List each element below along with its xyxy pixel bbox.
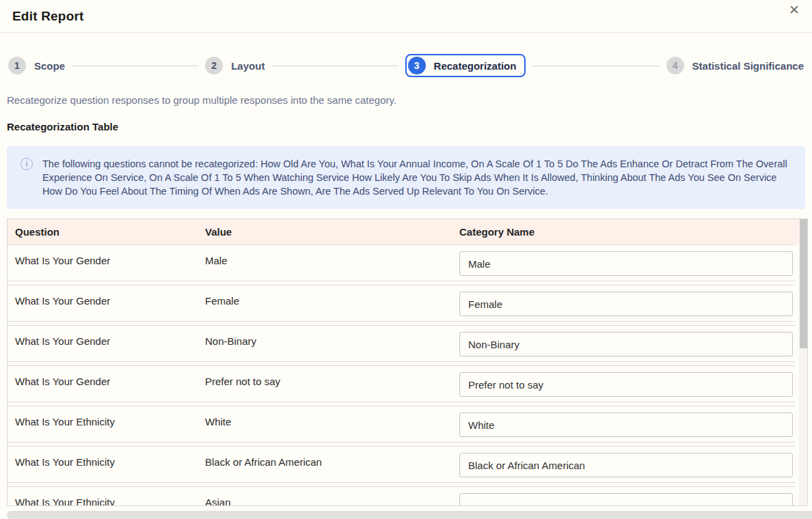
column-header-value: Value — [205, 226, 459, 238]
category-name-cell — [459, 487, 795, 506]
stepper: 1 Scope 2 Layout 3 Recategorization 4 St… — [8, 54, 804, 77]
stepper-connector — [72, 66, 198, 66]
table-row: What Is Your GenderMale — [8, 244, 795, 281]
category-name-input[interactable] — [459, 453, 793, 477]
category-name-input[interactable] — [459, 332, 793, 356]
question-cell: What Is Your Ethnicity — [15, 447, 205, 482]
table-body: What Is Your GenderMaleWhat Is Your Gend… — [8, 244, 807, 506]
step-scope-number: 1 — [8, 57, 26, 74]
category-name-input[interactable] — [459, 292, 793, 316]
horizontal-scrollbar[interactable] — [7, 511, 812, 519]
stepper-connector — [271, 66, 398, 66]
modal-header: Edit Report ✕ — [0, 0, 812, 33]
vertical-scrollbar-track[interactable] — [799, 219, 807, 505]
category-name-input[interactable] — [459, 372, 793, 397]
table-row: What Is Your EthnicityAsian — [8, 486, 795, 506]
category-name-cell — [459, 326, 795, 361]
info-banner-text: The following questions cannot be recate… — [42, 157, 790, 198]
value-cell: Asian — [205, 487, 459, 506]
step-scope-label: Scope — [34, 60, 65, 72]
category-name-input[interactable] — [459, 251, 793, 276]
step-recategorization-label: Recategorization — [434, 60, 517, 72]
step-description: Recategorize question responses to group… — [7, 94, 805, 106]
question-cell: What Is Your Gender — [15, 285, 205, 321]
table-row: What Is Your EthnicityWhite — [8, 406, 795, 443]
category-name-input[interactable] — [459, 493, 793, 506]
table-row: What Is Your GenderFemale — [8, 285, 795, 322]
category-name-cell — [459, 245, 795, 281]
value-cell: Prefer not to say — [205, 366, 459, 402]
table-row: What Is Your GenderNon-Binary — [8, 325, 795, 362]
stepper-connector — [532, 66, 659, 66]
close-icon[interactable]: ✕ — [785, 1, 804, 20]
step-layout[interactable]: 2 Layout — [205, 57, 265, 74]
value-cell: Non-Binary — [205, 326, 459, 361]
question-cell: What Is Your Gender — [15, 245, 205, 281]
vertical-scrollbar-thumb[interactable] — [800, 219, 807, 348]
column-header-question: Question — [15, 226, 205, 238]
info-icon: i — [21, 158, 33, 170]
category-name-cell — [459, 366, 795, 402]
table-row: What Is Your EthnicityBlack or African A… — [8, 446, 795, 483]
section-title: Recategorization Table — [7, 121, 805, 132]
column-header-category-name: Category Name — [459, 226, 807, 238]
step-scope[interactable]: 1 Scope — [8, 57, 65, 74]
step-recategorization-number: 3 — [408, 57, 426, 74]
info-banner: i The following questions cannot be reca… — [7, 146, 805, 209]
value-cell: Female — [205, 285, 459, 321]
step-recategorization[interactable]: 3 Recategorization — [405, 54, 526, 77]
value-cell: Black or African American — [205, 447, 459, 482]
category-name-cell — [459, 406, 795, 442]
step-statistical-significance[interactable]: 4 Statistical Significance — [666, 57, 804, 74]
table-row: What Is Your GenderPrefer not to say — [8, 365, 795, 402]
value-cell: Male — [205, 245, 459, 281]
question-cell: What Is Your Ethnicity — [15, 487, 205, 506]
step-statistical-significance-label: Statistical Significance — [692, 60, 804, 72]
recategorization-table: Question Value Category Name What Is You… — [7, 219, 808, 506]
category-name-cell — [459, 447, 795, 482]
value-cell: White — [205, 406, 459, 442]
category-name-cell — [459, 285, 795, 321]
category-name-input[interactable] — [459, 412, 793, 437]
step-statistical-significance-number: 4 — [666, 57, 684, 74]
question-cell: What Is Your Ethnicity — [15, 406, 205, 442]
question-cell: What Is Your Gender — [15, 366, 205, 402]
step-layout-label: Layout — [231, 60, 265, 72]
question-cell: What Is Your Gender — [15, 326, 205, 361]
table-header-row: Question Value Category Name — [8, 219, 807, 244]
page-title: Edit Report — [12, 9, 84, 24]
step-layout-number: 2 — [205, 57, 223, 74]
